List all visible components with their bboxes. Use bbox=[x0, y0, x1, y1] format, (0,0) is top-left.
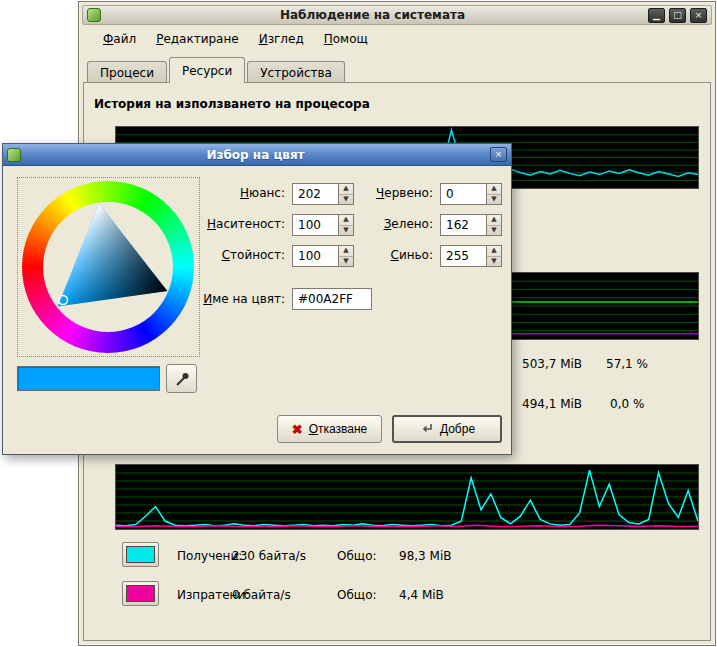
spin-up-icon[interactable]: ▲ bbox=[487, 184, 501, 195]
window-title: Наблюдение на системата bbox=[101, 8, 644, 22]
color-preview bbox=[17, 366, 160, 391]
app-icon bbox=[87, 8, 101, 22]
main-titlebar[interactable]: Наблюдение на системата ▁ □ × bbox=[82, 5, 712, 25]
menu-view[interactable]: Изглед bbox=[251, 30, 312, 48]
value-label: Стойност: bbox=[183, 248, 285, 262]
dialog-close-icon[interactable]: × bbox=[490, 147, 507, 162]
color-picker-dialog: Избор на цвят × bbox=[2, 143, 512, 455]
memory-amount: 503,7 MiB bbox=[522, 357, 582, 371]
received-rate: 230 байта/s bbox=[232, 549, 306, 563]
green-label: Зелено: bbox=[349, 217, 433, 231]
received-color-button[interactable] bbox=[122, 542, 159, 567]
blue-label: Синьо: bbox=[349, 248, 433, 262]
network-history-graph bbox=[115, 464, 699, 530]
cancel-button[interactable]: ✖ Отказване bbox=[277, 415, 382, 443]
sent-color-swatch bbox=[126, 585, 155, 602]
cancel-x-icon: ✖ bbox=[292, 422, 303, 437]
tab-bar: Процеси Ресурси Устройства bbox=[87, 57, 347, 83]
cpu-section-title: История на използването на процесора bbox=[94, 97, 370, 111]
sent-total-label: Общо: bbox=[337, 588, 377, 602]
spin-up-icon[interactable]: ▲ bbox=[487, 215, 501, 226]
spin-up-icon[interactable]: ▲ bbox=[487, 246, 501, 257]
menu-edit[interactable]: Редактиране bbox=[148, 30, 247, 48]
hue-spinner[interactable]: 202 ▲▼ bbox=[292, 183, 354, 205]
saturation-label: Наситеност: bbox=[183, 217, 285, 231]
color-wheel-area bbox=[17, 177, 200, 357]
received-color-swatch bbox=[126, 546, 155, 563]
maximize-button[interactable]: □ bbox=[669, 8, 686, 23]
dialog-titlebar[interactable]: Избор на цвят × bbox=[3, 144, 511, 166]
dialog-title: Избор на цвят bbox=[21, 148, 490, 162]
close-button[interactable]: × bbox=[690, 8, 707, 23]
spin-down-icon[interactable]: ▼ bbox=[487, 257, 501, 267]
green-spinner[interactable]: 162 ▲▼ bbox=[440, 214, 502, 236]
color-name-label: Име на цвят: bbox=[161, 292, 285, 306]
received-total-label: Общо: bbox=[337, 549, 377, 563]
ok-enter-icon bbox=[419, 422, 434, 436]
ok-button[interactable]: Добре bbox=[392, 415, 502, 443]
swap-amount: 494,1 MiB bbox=[522, 397, 582, 411]
spin-down-icon[interactable]: ▼ bbox=[487, 226, 501, 236]
swap-percent: 0,0 % bbox=[610, 397, 644, 411]
blue-spinner[interactable]: 255 ▲▼ bbox=[440, 245, 502, 267]
menu-help[interactable]: Помощ bbox=[316, 30, 376, 48]
sent-total: 4,4 MiB bbox=[399, 588, 444, 602]
hue-label: Нюанс: bbox=[183, 186, 285, 200]
red-label: Червено: bbox=[349, 186, 433, 200]
memory-percent: 57,1 % bbox=[606, 357, 648, 371]
minimize-button[interactable]: ▁ bbox=[648, 8, 665, 23]
eyedropper-button[interactable] bbox=[166, 364, 197, 393]
menu-bar: Файл Редактиране Изглед Помощ bbox=[83, 28, 711, 50]
red-spinner[interactable]: 0 ▲▼ bbox=[440, 183, 502, 205]
sent-rate: 0 байта/s bbox=[232, 588, 291, 602]
tab-processes[interactable]: Процеси bbox=[87, 61, 167, 83]
tab-devices[interactable]: Устройства bbox=[247, 61, 345, 83]
tab-resources[interactable]: Ресурси bbox=[169, 57, 245, 83]
saturation-spinner[interactable]: 100 ▲▼ bbox=[292, 214, 354, 236]
dialog-body: Нюанс: 202 ▲▼ Наситеност: 100 ▲▼ Стойнос… bbox=[3, 166, 511, 454]
color-name-input[interactable] bbox=[292, 288, 372, 310]
sent-color-button[interactable] bbox=[122, 581, 159, 606]
menu-file[interactable]: Файл bbox=[95, 30, 144, 48]
received-total: 98,3 MiB bbox=[399, 549, 451, 563]
eyedropper-icon bbox=[174, 371, 190, 387]
dialog-app-icon bbox=[7, 148, 21, 162]
hsv-triangle[interactable] bbox=[22, 181, 194, 353]
value-spinner[interactable]: 100 ▲▼ bbox=[292, 245, 354, 267]
spin-down-icon[interactable]: ▼ bbox=[487, 195, 501, 205]
